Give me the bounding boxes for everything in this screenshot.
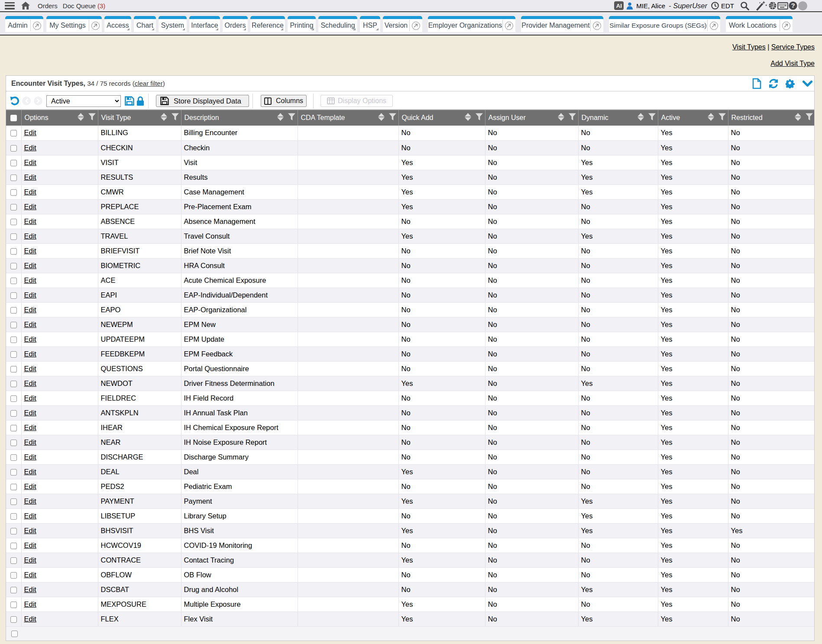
svg-text:?: ? (791, 2, 795, 9)
